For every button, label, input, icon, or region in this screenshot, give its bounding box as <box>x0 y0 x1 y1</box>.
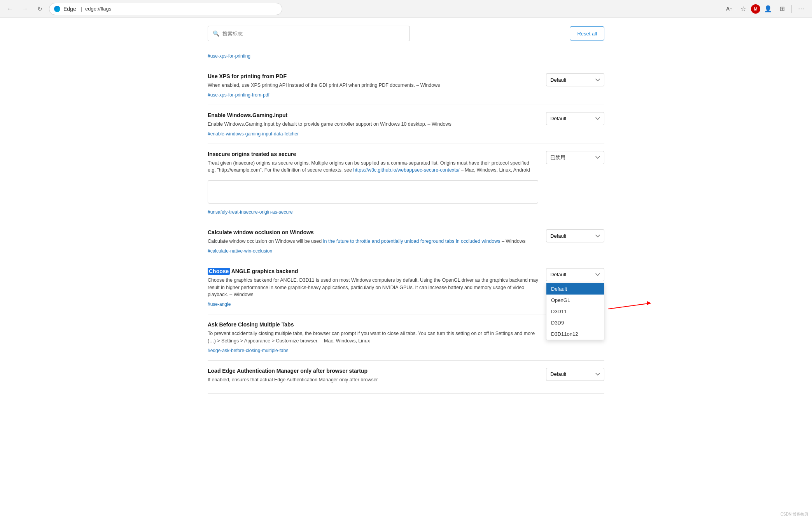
flag-content-insecure-origins: Insecure origins treated as secure Treat… <box>208 151 538 215</box>
flag-anchor-angle[interactable]: #use-angle <box>208 302 538 307</box>
profile-avatar[interactable]: M <box>751 4 760 14</box>
flags-page: 🔍 Reset all #use-xps-for-printing Use XP… <box>192 18 620 402</box>
search-input[interactable] <box>222 31 405 37</box>
flag-item-insecure-origins: Insecure origins treated as secure Treat… <box>208 144 604 223</box>
flag-content-angle: Choose ANGLE graphics backend Choose the… <box>208 268 538 307</box>
search-bar-wrap: 🔍 Reset all <box>208 26 604 41</box>
flag-desc-edge-auth: If enabled, ensures that actual Edge Aut… <box>208 376 538 384</box>
angle-option-d3d11on12[interactable]: D3D11on12 <box>546 328 604 340</box>
angle-option-default[interactable]: Default <box>546 283 604 295</box>
flag-content-gaming-input: Enable Windows.Gaming.Input Enable Windo… <box>208 112 538 137</box>
insecure-origins-input[interactable] <box>208 180 538 203</box>
flag-content-edge-auth: Load Edge Authentication Manager only af… <box>208 368 538 387</box>
toolbar-divider <box>791 5 792 13</box>
reload-button[interactable]: ↻ <box>34 4 45 14</box>
angle-dropdown-overlay: Default OpenGL D3D11 D3D9 D3D11on12 <box>546 283 604 340</box>
flag-title-gaming-input: Enable Windows.Gaming.Input <box>208 112 538 118</box>
flag-control-window-occlusion: Default Enabled Disabled <box>546 229 604 242</box>
flag-desc-gaming-input: Enable Windows.Gaming.Input by default t… <box>208 121 538 128</box>
toolbar-icons: A↑ ☆ M 👤 ⊞ ⋯ <box>723 3 807 15</box>
svg-line-0 <box>608 303 651 309</box>
address-bar: Edge | edge://flags <box>49 3 282 15</box>
favorites-button[interactable]: ☆ <box>737 3 749 15</box>
flag-desc-insecure-origins: Treat given (insecure) origins as secure… <box>208 160 538 174</box>
flag-title-ask-closing: Ask Before Closing Multiple Tabs <box>208 321 538 328</box>
flag-control-edge-auth: Default Enabled Disabled <box>546 368 604 381</box>
arrow-annotation <box>608 299 659 319</box>
secure-contexts-link[interactable]: https://w3c.github.io/webappsec-secure-c… <box>353 167 459 173</box>
search-icon: 🔍 <box>213 30 219 37</box>
flag-select-angle[interactable]: Default OpenGL D3D11 D3D9 D3D11on12 <box>546 268 604 281</box>
flag-title-insecure-origins: Insecure origins treated as secure <box>208 151 538 157</box>
browser-chrome: ← → ↻ Edge | edge://flags A↑ ☆ M 👤 ⊞ ⋯ <box>0 0 812 18</box>
flag-item-ask-closing: Ask Before Closing Multiple Tabs To prev… <box>208 314 604 361</box>
top-partial-item: #use-xps-for-printing <box>208 53 604 66</box>
settings-button[interactable]: ⋯ <box>795 3 807 15</box>
flag-title-angle: Choose ANGLE graphics backend <box>208 268 538 274</box>
search-bar-container: 🔍 <box>208 26 410 41</box>
flag-item-angle: Choose ANGLE graphics backend Choose the… <box>208 261 604 314</box>
flag-desc-angle: Choose the graphics backend for ANGLE. D… <box>208 277 538 298</box>
flag-select-use-xps-pdf[interactable]: Default Enabled Disabled <box>546 73 604 86</box>
flag-item-gaming-input: Enable Windows.Gaming.Input Enable Windo… <box>208 105 604 144</box>
flag-control-insecure-origins: 默认 已启用 已禁用 <box>546 151 604 164</box>
flag-content-ask-closing: Ask Before Closing Multiple Tabs To prev… <box>208 321 538 353</box>
extensions-button[interactable]: ⊞ <box>776 3 788 15</box>
flag-control-angle: Default OpenGL D3D11 D3D9 D3D11on12 Defa… <box>546 268 604 281</box>
flag-title-rest-angle: ANGLE graphics backend <box>231 268 298 274</box>
flag-content-window-occlusion: Calculate window occlusion on Windows Ca… <box>208 229 538 254</box>
flag-anchor-ask-closing[interactable]: #edge-ask-before-closing-multiple-tabs <box>208 348 538 353</box>
flag-select-insecure-origins[interactable]: 默认 已启用 已禁用 <box>546 151 604 164</box>
svg-marker-1 <box>647 301 651 305</box>
flag-control-use-xps-pdf: Default Enabled Disabled <box>546 73 604 86</box>
flag-item-use-xps-pdf: Use XPS for printing from PDF When enabl… <box>208 66 604 105</box>
flag-anchor-window-occlusion[interactable]: #calculate-native-win-occlusion <box>208 248 538 254</box>
flag-select-gaming-input[interactable]: Default Enabled Disabled <box>546 112 604 125</box>
angle-option-d3d11[interactable]: D3D11 <box>546 306 604 317</box>
reset-all-button[interactable]: Reset all <box>570 26 604 40</box>
address-url[interactable]: edge://flags <box>85 6 111 12</box>
flag-desc-window-occlusion: Calculate window occlusion on Windows wi… <box>208 238 538 245</box>
back-button[interactable]: ← <box>5 4 16 14</box>
forward-button[interactable]: → <box>19 4 30 14</box>
flag-select-edge-auth[interactable]: Default Enabled Disabled <box>546 368 604 381</box>
flag-title-highlight-choose: Choose <box>208 268 230 275</box>
flag-anchor-use-xps-pdf[interactable]: #use-xps-for-printing-from-pdf <box>208 92 538 98</box>
flag-title-window-occlusion: Calculate window occlusion on Windows <box>208 229 538 235</box>
edge-favicon <box>54 6 60 12</box>
address-separator: | <box>81 6 82 12</box>
flag-anchor-insecure-origins[interactable]: #unsafely-treat-insecure-origin-as-secur… <box>208 209 538 215</box>
flag-anchor-gaming-input[interactable]: #enable-windows-gaming-input-data-fetche… <box>208 131 538 137</box>
angle-option-opengl[interactable]: OpenGL <box>546 295 604 306</box>
flag-title-edge-auth: Load Edge Authentication Manager only af… <box>208 368 538 374</box>
flag-select-window-occlusion[interactable]: Default Enabled Disabled <box>546 229 604 242</box>
flag-item-window-occlusion: Calculate window occlusion on Windows Ca… <box>208 222 604 261</box>
flag-content-use-xps-pdf: Use XPS for printing from PDF When enabl… <box>208 73 538 98</box>
use-xps-printing-anchor[interactable]: #use-xps-for-printing <box>208 53 250 59</box>
flag-control-gaming-input: Default Enabled Disabled <box>546 112 604 125</box>
angle-option-d3d9[interactable]: D3D9 <box>546 317 604 328</box>
flag-title-use-xps-pdf: Use XPS for printing from PDF <box>208 73 538 79</box>
flag-desc-ask-closing: To prevent accidentally closing multiple… <box>208 330 538 345</box>
profile-button[interactable]: 👤 <box>762 3 774 15</box>
flag-desc-use-xps-pdf: When enabled, use XPS printing API inste… <box>208 82 538 89</box>
browser-title: Edge <box>63 6 76 12</box>
read-aloud-button[interactable]: A↑ <box>723 3 735 15</box>
flag-item-edge-auth: Load Edge Authentication Manager only af… <box>208 361 604 394</box>
